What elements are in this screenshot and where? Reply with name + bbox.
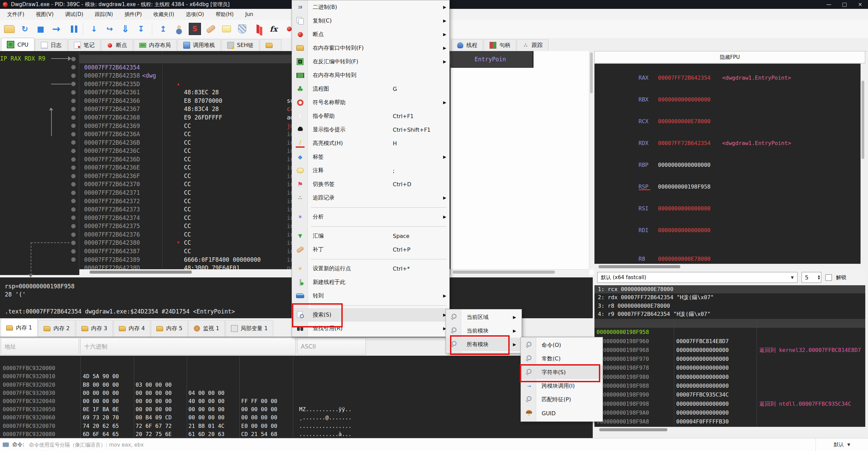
- register-row[interactable]: RAX00007FF72B642354<dwgdraw1.EntryPoint>: [599, 67, 865, 89]
- dump-row[interactable]: 00007FFBC9320020 00 00 00 00 00 00 00 00…: [0, 372, 593, 381]
- comments-toolbar-icon[interactable]: [221, 23, 232, 35]
- breakpoint-slot[interactable]: [69, 239, 77, 247]
- breakpoint-slot[interactable]: [69, 122, 77, 130]
- registers-hscrollbar[interactable]: [594, 264, 865, 270]
- breakpoint-slot[interactable]: [69, 205, 77, 214]
- run-icon[interactable]: →: [50, 23, 62, 35]
- view-tab[interactable]: 笔记: [68, 39, 100, 51]
- register-row[interactable]: RBX0000000000000000: [599, 89, 865, 111]
- menubar-item[interactable]: Jun: [239, 9, 259, 20]
- context-menu-item[interactable]: 补丁 Ctrl+P: [292, 243, 449, 256]
- stack-row[interactable]: 000000000198F978 0000000000000000: [594, 355, 865, 364]
- view-tab[interactable]: 断点: [101, 39, 133, 51]
- breakpoint-slot[interactable]: [69, 88, 77, 97]
- breakpoint-slot[interactable]: [69, 113, 77, 122]
- dump-row[interactable]: 00007FFBC9320050 69 73 20 70 72 6F 67 72…: [0, 397, 593, 405]
- submenu-item[interactable]: GUID: [521, 406, 603, 420]
- restart-icon[interactable]: ↻: [19, 23, 31, 35]
- breakpoint-slot[interactable]: [69, 163, 77, 172]
- context-menu-item[interactable]: 断点 ▶: [292, 28, 449, 41]
- hide-fpu-button[interactable]: 隐藏FPU: [594, 51, 865, 63]
- argument-row[interactable]: 4: r9 00007FF72B642354 "H泼(鑷\x07": [594, 310, 865, 318]
- unlock-checkbox[interactable]: [825, 274, 832, 281]
- context-menu-item[interactable]: ? 指令帮助 Ctrl+F1: [292, 109, 449, 123]
- breakpoint-slot[interactable]: [69, 230, 77, 239]
- menubar-item[interactable]: 选项(O): [180, 9, 210, 20]
- context-menu-item[interactable]: ✳ 设置新的运行点 Ctrl+*: [292, 262, 449, 275]
- dump-row[interactable]: 00007FFBC9320080 C5 7F 87 84 81 1E E9 D7…: [0, 422, 593, 430]
- submenu-item[interactable]: 当前区域 ▶: [446, 310, 522, 324]
- register-row[interactable]: R80000000000E78000: [599, 248, 865, 264]
- command-input[interactable]: [28, 441, 816, 448]
- argument-count-stepper[interactable]: 5 ▲▼: [802, 272, 821, 283]
- submenu-item[interactable]: 匹配特征(P): [521, 393, 603, 406]
- dump-row[interactable]: 00007FFBC9320040 0E 1F BA 0E 00 B4 09 CD…: [0, 389, 593, 397]
- breakpoint-slot[interactable]: [69, 172, 77, 180]
- open-file-icon[interactable]: [3, 23, 15, 35]
- close-button[interactable]: ×: [852, 0, 868, 9]
- registers-vscrollbar[interactable]: [861, 64, 865, 264]
- context-menu-item[interactable]: ♣ 流程图 G: [292, 82, 449, 96]
- stack-row[interactable]: 000000000198F9A8 000004D0FFFFFB30: [594, 408, 865, 417]
- view-tab[interactable]: 句柄: [484, 39, 516, 51]
- breakpoint-slot[interactable]: [69, 189, 77, 197]
- context-menu-item[interactable]: 在内存窗口中转到(F) ▶: [292, 41, 449, 55]
- breakpoint-slot[interactable]: [69, 155, 77, 164]
- context-menu-item[interactable]: ▼ 汇编 Space: [292, 229, 449, 243]
- dump-tab[interactable]: 内存 5: [151, 320, 188, 337]
- graph-node[interactable]: EntryPoin: [451, 51, 533, 68]
- minimize-button[interactable]: —: [821, 0, 837, 9]
- argument-row[interactable]: 3: r8 0000000000E78000: [594, 302, 865, 310]
- context-menu-item[interactable]: 转到 ▶: [292, 289, 449, 303]
- stack-row[interactable]: 000000000198F980 0000000000000000: [594, 364, 865, 372]
- register-row[interactable]: RSP000000000198F958: [599, 176, 865, 197]
- context-menu-item[interactable]: ⚑ 切换书签 Ctrl+D: [292, 177, 449, 191]
- favourites-toolbar-icon[interactable]: [252, 23, 264, 35]
- register-row[interactable]: RDI0000000000000000: [599, 219, 865, 241]
- stack-row[interactable]: 000000000198F970 0000000000000000: [594, 346, 865, 355]
- view-tab[interactable]: 日志: [35, 39, 67, 51]
- execute-till-return-icon[interactable]: ↧: [135, 23, 147, 35]
- argument-row[interactable]: 2: rdx 00007FF72B642354 "H泼(鑷\x07": [594, 293, 865, 302]
- stop-icon[interactable]: ■: [35, 23, 46, 35]
- breakpoint-slot[interactable]: [69, 147, 77, 155]
- seh-chain-toolbar-icon[interactable]: [236, 23, 248, 35]
- run-to-cursor-icon[interactable]: ↥: [157, 23, 169, 35]
- breakpoint-slot[interactable]: [69, 139, 77, 147]
- context-menu-item[interactable]: ✶ 分析 ▶: [292, 210, 449, 224]
- menubar-item[interactable]: 视图(V): [30, 9, 59, 20]
- dump-header-ascii[interactable]: ASCII: [297, 338, 366, 355]
- toolbar-separator[interactable]: [83, 23, 83, 35]
- dump-header-address[interactable]: 地址: [1, 338, 79, 355]
- graph-vscrollbar[interactable]: [589, 51, 594, 270]
- stack-row[interactable]: 000000000198F9B0 0000000000000021: [594, 417, 865, 426]
- breakpoint-slot[interactable]: [69, 180, 77, 189]
- graph-hscrollbar[interactable]: [451, 269, 589, 275]
- context-menu-item[interactable]: / 高亮模式(H) H: [292, 136, 449, 150]
- breakpoint-slot[interactable]: [69, 105, 77, 113]
- stepper-arrows-icon[interactable]: ▲▼: [818, 275, 820, 280]
- dump-row[interactable]: 00007FFBC9320090 81 1E E9 D7 83 1E E9 D7…: [0, 430, 593, 438]
- dump-tab[interactable]: 局部变量 1: [226, 320, 273, 337]
- dump-tab[interactable]: 内存 4: [113, 320, 150, 337]
- dump-row[interactable]: 00007FFBC9320010 B8 00 00 00 00 00 00 00…: [0, 364, 593, 372]
- dump-row[interactable]: 00007FFBC9320070 6D 6F 64 65 2E 0D 0D 0A…: [0, 414, 593, 422]
- status-profile-select[interactable]: 默认 ▼: [816, 438, 868, 451]
- maximize-button[interactable]: □: [837, 0, 852, 9]
- breakpoint-slot[interactable]: [69, 71, 77, 80]
- dump-tab[interactable]: 内存 2: [38, 320, 75, 337]
- context-menu-item[interactable]: [292, 205, 449, 210]
- breakpoint-slot[interactable]: [69, 97, 77, 105]
- stack-row[interactable]: 000000000198F988 00007FFBC935C34C 返回到 nt…: [594, 373, 865, 382]
- stack-row[interactable]: 000000000198F968 0000000000000000: [594, 337, 865, 346]
- breakpoint-slot[interactable]: [69, 247, 77, 256]
- submenu-item[interactable]: 常数(C): [521, 352, 603, 366]
- argument-row[interactable]: 1: rcx 0000000000E78000: [594, 285, 865, 293]
- stack-row[interactable]: 000000000198F960 0000000000000000: [594, 328, 865, 337]
- dump-header-hex[interactable]: 十六进制: [80, 338, 296, 355]
- toolbar-separator[interactable]: [152, 23, 152, 35]
- context-menu-item[interactable]: [292, 224, 449, 229]
- menubar-item[interactable]: 插件(P): [119, 9, 148, 20]
- dump-tab[interactable]: 内存 3: [76, 320, 113, 337]
- dump-tab[interactable]: 监视 1: [188, 320, 224, 337]
